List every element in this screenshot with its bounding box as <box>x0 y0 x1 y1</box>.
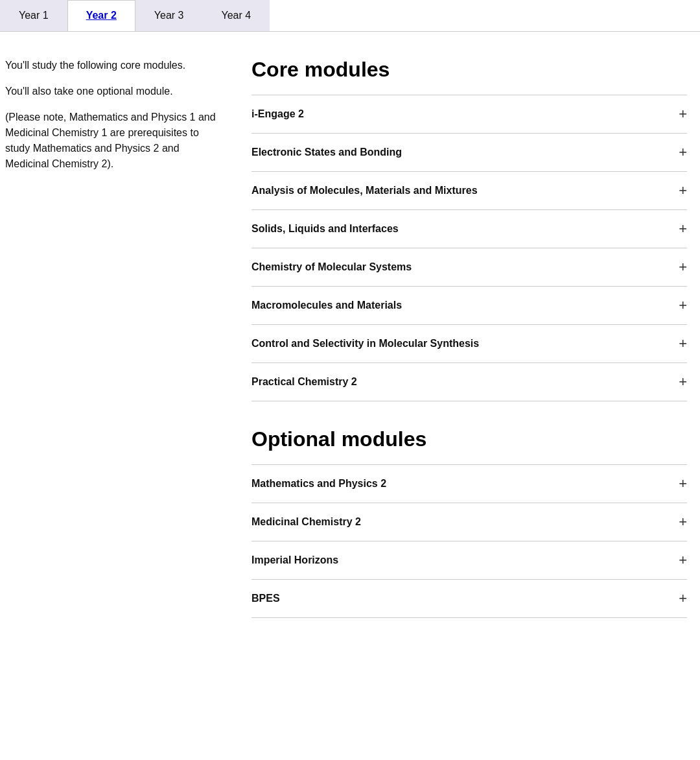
main-content: You'll study the following core modules.… <box>0 32 700 644</box>
tab-year1[interactable]: Year 1 <box>0 0 67 31</box>
optional-modules-section: Optional modules Mathematics and Physics… <box>251 427 687 618</box>
module-label-medicinal-chemistry: Medicinal Chemistry 2 <box>251 516 361 528</box>
module-label-control-selectivity: Control and Selectivity in Molecular Syn… <box>251 338 479 350</box>
module-label-analysis: Analysis of Molecules, Materials and Mix… <box>251 185 478 196</box>
module-item-imperial-horizons[interactable]: Imperial Horizons + <box>251 541 687 580</box>
module-label-electronic-states: Electronic States and Bonding <box>251 147 402 158</box>
module-item-bpes[interactable]: BPES + <box>251 580 687 618</box>
module-item-macromolecules[interactable]: Macromolecules and Materials + <box>251 287 687 325</box>
module-label-chemistry-molecular: Chemistry of Molecular Systems <box>251 261 412 273</box>
core-modules-section: Core modules i-Engage 2 + Electronic Sta… <box>251 58 687 401</box>
expand-icon-macromolecules: + <box>679 298 687 313</box>
optional-modules-title: Optional modules <box>251 427 687 451</box>
expand-icon-imperial-horizons: + <box>679 553 687 567</box>
content-area: Core modules i-Engage 2 + Electronic Sta… <box>251 58 687 618</box>
expand-icon-bpes: + <box>679 591 687 606</box>
module-item-math-physics[interactable]: Mathematics and Physics 2 + <box>251 464 687 503</box>
module-label-practical-chemistry: Practical Chemistry 2 <box>251 376 357 388</box>
tab-year4[interactable]: Year 4 <box>203 0 270 31</box>
sidebar: You'll study the following core modules.… <box>5 58 226 618</box>
module-item-analysis[interactable]: Analysis of Molecules, Materials and Mix… <box>251 172 687 210</box>
expand-icon-control-selectivity: + <box>679 337 687 351</box>
module-label-math-physics: Mathematics and Physics 2 <box>251 478 386 490</box>
module-label-engage2: i-Engage 2 <box>251 108 304 120</box>
expand-icon-electronic-states: + <box>679 145 687 160</box>
module-label-bpes: BPES <box>251 593 280 604</box>
sidebar-line1: You'll study the following core modules. <box>5 58 226 73</box>
tab-year3[interactable]: Year 3 <box>135 0 203 31</box>
expand-icon-chemistry-molecular: + <box>679 260 687 274</box>
sidebar-line3: (Please note, Mathematics and Physics 1 … <box>5 110 226 172</box>
module-item-electronic-states[interactable]: Electronic States and Bonding + <box>251 134 687 172</box>
core-modules-title: Core modules <box>251 58 687 82</box>
sidebar-line2: You'll also take one optional module. <box>5 84 226 99</box>
expand-icon-math-physics: + <box>679 477 687 491</box>
expand-icon-engage2: + <box>679 107 687 121</box>
module-item-control-selectivity[interactable]: Control and Selectivity in Molecular Syn… <box>251 325 687 363</box>
module-item-solids[interactable]: Solids, Liquids and Interfaces + <box>251 210 687 248</box>
module-item-practical-chemistry[interactable]: Practical Chemistry 2 + <box>251 363 687 401</box>
module-label-macromolecules: Macromolecules and Materials <box>251 300 402 311</box>
expand-icon-solids: + <box>679 222 687 236</box>
module-item-chemistry-molecular[interactable]: Chemistry of Molecular Systems + <box>251 248 687 287</box>
expand-icon-medicinal-chemistry: + <box>679 515 687 529</box>
tabs-bar: Year 1 Year 2 Year 3 Year 4 <box>0 0 700 32</box>
module-label-imperial-horizons: Imperial Horizons <box>251 554 338 566</box>
module-item-engage2[interactable]: i-Engage 2 + <box>251 95 687 134</box>
module-label-solids: Solids, Liquids and Interfaces <box>251 223 399 235</box>
tab-year2[interactable]: Year 2 <box>67 0 135 31</box>
expand-icon-analysis: + <box>679 184 687 198</box>
expand-icon-practical-chemistry: + <box>679 375 687 389</box>
module-item-medicinal-chemistry[interactable]: Medicinal Chemistry 2 + <box>251 503 687 541</box>
